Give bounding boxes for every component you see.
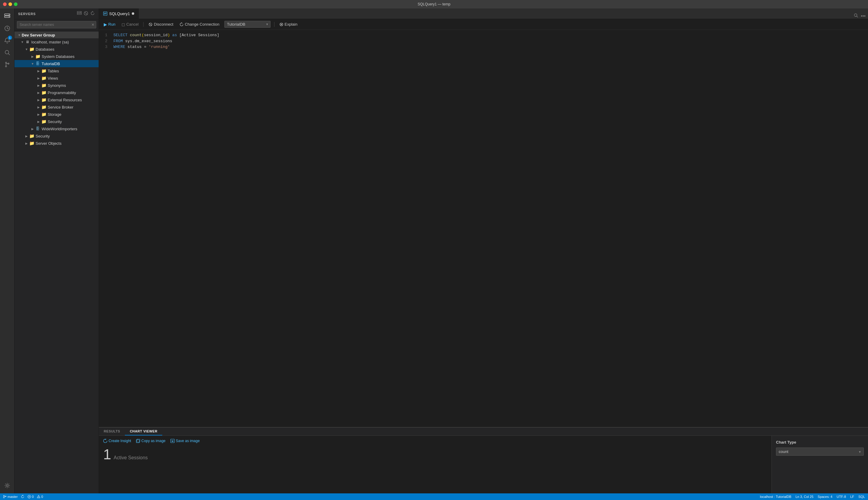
service-broker-arrow-icon: ▶ bbox=[36, 105, 41, 110]
svg-line-22 bbox=[857, 16, 858, 18]
save-as-image-button[interactable]: Save as image bbox=[170, 439, 199, 443]
tab-sqlquery1[interactable]: SQLQuery1 bbox=[99, 9, 139, 19]
svg-line-16 bbox=[85, 12, 87, 14]
history-icon bbox=[4, 25, 10, 31]
db-dropdown[interactable]: TutorialDB master WideWorldImporters bbox=[225, 21, 271, 28]
new-connection-icon[interactable] bbox=[77, 11, 82, 16]
tree-tables[interactable]: ▶ 📁 Tables bbox=[14, 67, 99, 75]
more-actions-icon[interactable]: ••• bbox=[861, 13, 866, 19]
run-button[interactable]: ▶ Run bbox=[103, 21, 117, 27]
cancel-label: Cancel bbox=[126, 22, 138, 26]
copy-as-image-button[interactable]: Copy as image bbox=[136, 439, 165, 443]
create-insight-icon bbox=[103, 439, 107, 443]
tree-wideworldimporters[interactable]: ▶ 🗄 WideWorldImporters bbox=[14, 125, 99, 133]
tree-programmability[interactable]: ▶ 📁 Programmability bbox=[14, 89, 99, 96]
svg-point-3 bbox=[9, 16, 9, 17]
change-connection-button[interactable]: Change Connection bbox=[178, 21, 221, 27]
chart-type-select-wrap[interactable]: count bar line pie scatter ▼ bbox=[776, 447, 864, 456]
code-content[interactable]: SELECT count(session_id) as [Active Sess… bbox=[111, 32, 868, 424]
git-branch-status[interactable]: master bbox=[3, 495, 18, 499]
tab-chart-viewer[interactable]: CHART VIEWER bbox=[125, 428, 162, 435]
tree-service-broker[interactable]: ▶ 📁 Service Broker bbox=[14, 103, 99, 111]
change-connection-label: Change Connection bbox=[185, 22, 219, 26]
result-display: 1 Active Sessions bbox=[103, 446, 767, 463]
errors-label: 0 bbox=[32, 495, 34, 499]
tables-label: Tables bbox=[48, 69, 59, 73]
db-selector[interactable]: TutorialDB master WideWorldImporters ▼ bbox=[225, 21, 271, 28]
create-insight-button[interactable]: Create Insight bbox=[103, 439, 131, 443]
storage-arrow-icon: ▶ bbox=[36, 112, 41, 117]
databases-arrow-icon: ▼ bbox=[24, 47, 29, 52]
external-resources-arrow-icon: ▶ bbox=[36, 98, 41, 102]
tree-server-security[interactable]: ▶ 📁 Security bbox=[14, 133, 99, 140]
tree-views[interactable]: ▶ 📁 Views bbox=[14, 75, 99, 82]
cursor-position-status[interactable]: Ln 3, Col 25 bbox=[796, 495, 813, 499]
close-button[interactable] bbox=[3, 2, 7, 6]
search-input[interactable] bbox=[17, 21, 96, 29]
code-editor[interactable]: 1 2 3 SELECT count(session_id) as [Activ… bbox=[99, 30, 868, 427]
language-status[interactable]: SQL bbox=[858, 495, 865, 499]
svg-point-32 bbox=[4, 496, 4, 496]
line-num-2: 2 bbox=[103, 38, 107, 44]
folder-icon: 📁 bbox=[41, 104, 46, 110]
connection-status[interactable]: localhost : TutorialDB bbox=[760, 495, 791, 499]
tree-synonyms[interactable]: ▶ 📁 Synonyms bbox=[14, 82, 99, 89]
tree-group-dev-server[interactable]: ▼ Dev Server Group bbox=[14, 32, 99, 38]
databases-label: Databases bbox=[36, 47, 54, 52]
folder-icon: 📁 bbox=[29, 133, 34, 139]
settings-button[interactable] bbox=[2, 480, 13, 491]
activity-bar: 1 bbox=[0, 9, 14, 493]
line-ending-status[interactable]: LF bbox=[850, 495, 854, 499]
maximize-button[interactable] bbox=[14, 2, 18, 6]
sidebar-item-search[interactable] bbox=[2, 47, 13, 58]
disconnect-button[interactable]: Disconnect bbox=[147, 21, 174, 27]
language-label: SQL bbox=[858, 495, 865, 499]
database-icon: 🗄 bbox=[35, 126, 41, 132]
tree-server-objects[interactable]: ▶ 📁 Server Objects bbox=[14, 140, 99, 147]
refresh-icon[interactable] bbox=[90, 11, 95, 16]
chart-type-title: Chart Type bbox=[776, 440, 864, 444]
save-image-icon bbox=[170, 439, 175, 443]
sync-status[interactable] bbox=[21, 495, 24, 499]
tab-results[interactable]: RESULTS bbox=[99, 428, 125, 435]
line-numbers: 1 2 3 bbox=[99, 32, 111, 424]
tree-databases[interactable]: ▼ 📁 Databases bbox=[14, 46, 99, 53]
encoding-status[interactable]: UTF-8 bbox=[837, 495, 846, 499]
line-num-1: 1 bbox=[103, 32, 107, 38]
folder-icon: 📁 bbox=[29, 140, 34, 146]
sidebar-item-servers[interactable] bbox=[2, 11, 13, 22]
sidebar-item-history[interactable] bbox=[2, 23, 13, 34]
cancel-button[interactable]: ◻ Cancel bbox=[120, 21, 140, 27]
sidebar-item-notifications[interactable]: 1 bbox=[2, 35, 13, 46]
explain-button[interactable]: Explain bbox=[278, 21, 299, 27]
synonyms-arrow-icon: ▶ bbox=[36, 83, 41, 88]
folder-icon: 📁 bbox=[41, 68, 46, 73]
tree-system-databases[interactable]: ▶ 📁 System Databases bbox=[14, 53, 99, 60]
sql-file-icon bbox=[103, 11, 107, 16]
server-security-label: Security bbox=[36, 134, 50, 138]
warnings-status[interactable]: 0 bbox=[37, 495, 43, 499]
clear-search-icon[interactable]: ✕ bbox=[91, 23, 94, 27]
views-label: Views bbox=[48, 76, 58, 80]
folder-icon: 📁 bbox=[41, 90, 46, 95]
tree-external-resources[interactable]: ▶ 📁 External Resources bbox=[14, 96, 99, 103]
spaces-status[interactable]: Spaces: 4 bbox=[818, 495, 832, 499]
window-controls[interactable] bbox=[3, 2, 18, 6]
explain-icon bbox=[279, 22, 284, 26]
query-toolbar: ▶ Run ◻ Cancel Disconnect Chang bbox=[99, 19, 868, 30]
chart-type-select[interactable]: count bar line pie scatter bbox=[776, 447, 864, 456]
results-main: Create Insight Copy as image bbox=[99, 436, 772, 493]
sidebar-item-git[interactable] bbox=[2, 59, 13, 70]
disconnect-icon[interactable] bbox=[83, 11, 88, 16]
database-icon: 🗄 bbox=[35, 61, 41, 66]
errors-status[interactable]: 0 bbox=[27, 495, 34, 499]
search-tab-icon[interactable] bbox=[854, 13, 858, 19]
tree-tutorialdb[interactable]: ▼ 🗄 TutorialDB bbox=[14, 60, 99, 67]
minimize-button[interactable] bbox=[9, 2, 12, 6]
tree-server-localhost[interactable]: ▼ 🖥 localhost, master (sa) bbox=[14, 38, 99, 46]
code-line-1: SELECT count(session_id) as [Active Sess… bbox=[113, 32, 866, 38]
result-count-label: Active Sessions bbox=[114, 455, 148, 461]
connection-label: localhost : TutorialDB bbox=[760, 495, 791, 499]
tree-storage[interactable]: ▶ 📁 Storage bbox=[14, 111, 99, 118]
tree-db-security[interactable]: ▶ 📁 Security bbox=[14, 118, 99, 125]
